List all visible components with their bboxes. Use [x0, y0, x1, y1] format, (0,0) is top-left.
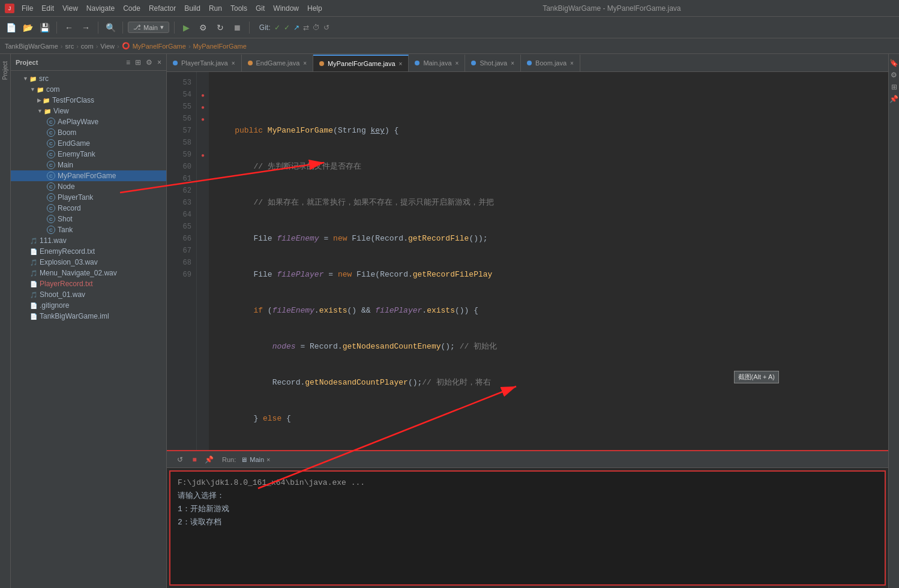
arrow-down-icon-com: ▼	[30, 86, 35, 92]
tab-playertank[interactable]: PlayerTank.java ×	[167, 55, 242, 71]
tree-item-menunavigate[interactable]: 🎵 Menu_Navigate_02.wav	[11, 268, 166, 278]
menu-build[interactable]: Build	[184, 4, 200, 13]
tree-label-menunavigate: Menu_Navigate_02.wav	[40, 269, 117, 277]
collapse-all-icon[interactable]: ≡	[126, 58, 130, 67]
breadcrumb-project[interactable]: TankBigWarGame	[5, 43, 58, 50]
tree-item-node[interactable]: C Node	[11, 181, 166, 192]
tree-item-testforclass[interactable]: ▶ 📁 TestForClass	[11, 95, 166, 106]
code-line-60: nodes = Record.getNodesandCountEnemy(); …	[216, 341, 881, 353]
tree-item-src[interactable]: ▼ 📁 src	[11, 73, 166, 84]
tree-item-aeplaywave[interactable]: C AePlayWave	[11, 116, 166, 127]
tree-item-endgame[interactable]: C EndGame	[11, 138, 166, 149]
tree-item-record[interactable]: C Record	[11, 203, 166, 214]
run-main-tab[interactable]: 🖥 Main ×	[241, 456, 270, 463]
tree-item-playertank[interactable]: C PlayerTank	[11, 192, 166, 203]
tab-close-main[interactable]: ×	[456, 60, 459, 67]
tab-label-boom: Boom.java	[535, 59, 567, 67]
tab-dot-boom	[527, 61, 532, 65]
tree-item-111wav[interactable]: 🎵 111.wav	[11, 235, 166, 246]
breakpoint-54[interactable]: ●	[197, 89, 209, 101]
tree-item-shoot01[interactable]: 🎵 Shoot_01.wav	[11, 289, 166, 300]
bookmark-icon-1[interactable]: 🔖	[889, 59, 898, 67]
search-button[interactable]: 🔍	[103, 20, 118, 35]
tab-shot[interactable]: Shot.java ×	[465, 55, 521, 71]
tree-item-explosion[interactable]: 🎵 Explosion_03.wav	[11, 257, 166, 268]
breadcrumb-view[interactable]: View	[100, 43, 115, 50]
save-button[interactable]: 💾	[37, 20, 52, 35]
tab-label-endgame: EndGame.java	[256, 59, 300, 67]
tree-item-enemyrecord[interactable]: 📄 EnemyRecord.txt	[11, 246, 166, 257]
pin-button[interactable]: 📌	[203, 454, 215, 466]
breadcrumb-class[interactable]: MyPanelForGame	[133, 43, 186, 50]
new-file-button[interactable]: 📄	[4, 20, 18, 35]
rebuild-button[interactable]: ↻	[213, 20, 227, 35]
tree-item-enemytank[interactable]: C EnemyTank	[11, 149, 166, 160]
run-button[interactable]: ▶	[179, 20, 194, 35]
tree-item-playerrecord[interactable]: 📄 PlayerRecord.txt	[11, 278, 166, 289]
breadcrumb-src[interactable]: src	[65, 43, 74, 50]
stop-run-button[interactable]: ■	[188, 454, 200, 466]
breadcrumb-com[interactable]: com	[81, 43, 94, 50]
tree-item-boom[interactable]: C Boom	[11, 127, 166, 138]
pin-icon[interactable]: 📌	[889, 95, 898, 103]
branch-selector[interactable]: ⎇ Main ▾	[128, 22, 169, 33]
tab-boom[interactable]: Boom.java ×	[521, 55, 580, 71]
java-icon-record: C	[47, 204, 55, 212]
tree-item-iml[interactable]: 📄 TankBigWarGame.iml	[11, 311, 166, 322]
menu-code[interactable]: Code	[123, 4, 140, 13]
menu-help[interactable]: Help	[307, 4, 322, 13]
menu-window[interactable]: Window	[273, 4, 299, 13]
titlebar: J File Edit View Navigate Code Refactor …	[0, 0, 899, 17]
breakpoint-55[interactable]: ●	[197, 101, 209, 113]
settings-icon[interactable]: ⚙	[146, 58, 152, 67]
menu-tools[interactable]: Tools	[230, 4, 247, 13]
folder-icon: 📁	[29, 76, 37, 82]
menu-view[interactable]: View	[62, 4, 78, 13]
menu-refactor[interactable]: Refactor	[149, 4, 176, 13]
code-content[interactable]: public MyPanelForGame(String key) { // 先…	[209, 72, 888, 450]
expand-icon-2[interactable]: ⊞	[891, 83, 897, 91]
expand-icon[interactable]: ⊞	[135, 58, 141, 67]
breadcrumb-sep-3: ›	[96, 43, 98, 50]
tab-close-mypanelforgame[interactable]: ×	[399, 61, 403, 67]
tab-close-boom[interactable]: ×	[570, 60, 574, 67]
settings-icon-2[interactable]: ⚙	[891, 71, 897, 79]
build-button[interactable]: ⚙	[196, 20, 211, 35]
menu-git[interactable]: Git	[256, 4, 265, 13]
tree-label-node: Node	[58, 182, 75, 191]
tab-mypanelforgame[interactable]: MyPanelForGame.java ×	[313, 55, 409, 71]
tree-item-gitignore[interactable]: 📄 .gitignore	[11, 300, 166, 311]
breakpoint-56[interactable]: ●	[197, 113, 209, 125]
rerun-button[interactable]: ↺	[174, 454, 186, 466]
tree-item-tank[interactable]: C Tank	[11, 224, 166, 235]
stop-button[interactable]: ⏹	[230, 20, 244, 35]
run-output[interactable]: F:\jdk\jdk1.8.0_161_x64\bin\java.exe ...…	[169, 470, 886, 586]
tab-close-endgame[interactable]: ×	[303, 60, 307, 67]
tab-main[interactable]: Main.java ×	[409, 55, 465, 71]
back-button[interactable]: ←	[62, 20, 76, 35]
bookmarks-panel: 🔖 ⚙ ⊞ 📌	[888, 54, 899, 588]
menu-run[interactable]: Run	[209, 4, 222, 13]
tab-endgame[interactable]: EndGame.java ×	[242, 55, 314, 71]
tree-item-shot[interactable]: C Shot	[11, 214, 166, 224]
tree-item-main[interactable]: C Main	[11, 160, 166, 170]
forward-button[interactable]: →	[79, 20, 93, 35]
project-tab[interactable]: Project	[1, 59, 10, 82]
menu-navigate[interactable]: Navigate	[86, 4, 115, 13]
tree-item-view[interactable]: ▼ 📁 View	[11, 106, 166, 116]
menu-file[interactable]: File	[22, 4, 33, 13]
git-push-icon: ↗	[293, 23, 299, 32]
folder-icon-test: 📁	[43, 97, 50, 104]
java-icon-enemytank: C	[47, 150, 55, 158]
run-tab-close[interactable]: ×	[266, 456, 270, 463]
tab-close-shot[interactable]: ×	[511, 60, 514, 67]
open-button[interactable]: 📂	[20, 20, 35, 35]
tree-item-mypanelforgame[interactable]: C MyPanelForGame	[11, 170, 166, 181]
menu-edit[interactable]: Edit	[41, 4, 54, 13]
code-editor[interactable]: 53 54 55 56 57 58 59 60 61 62 63 64 65 6…	[167, 72, 888, 450]
breakpoint-59[interactable]: ●	[197, 149, 209, 161]
tree-item-com[interactable]: ▼ 📁 com	[11, 84, 166, 95]
close-icon[interactable]: ×	[157, 58, 161, 67]
tab-close-playertank[interactable]: ×	[232, 60, 235, 67]
breadcrumb-method[interactable]: MyPanelForGame	[193, 43, 247, 50]
